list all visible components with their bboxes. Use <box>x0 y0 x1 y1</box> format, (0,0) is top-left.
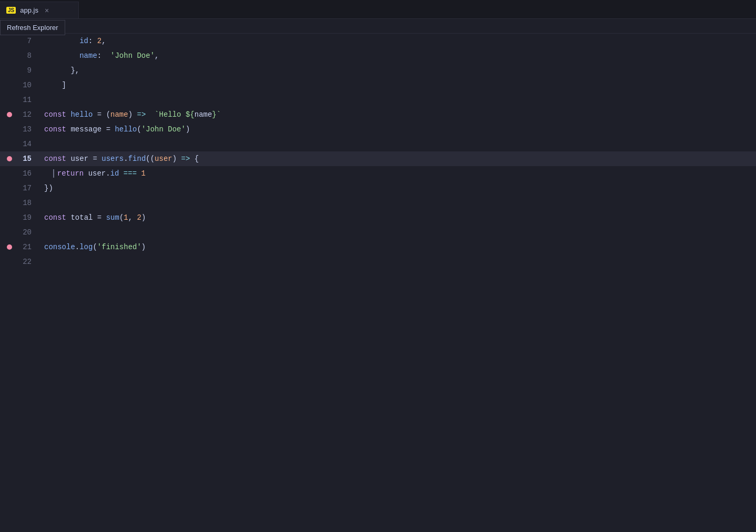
breakpoint-21[interactable] <box>0 244 19 250</box>
line-content-12: const hello = (name) => `Hello ${name}` <box>40 110 221 119</box>
line-content-15: const user = users.find((user) => { <box>40 155 199 163</box>
line-number-21: 21 <box>19 243 40 251</box>
line-content-16: return user.id === 1 <box>40 169 146 178</box>
code-line-20: 20 <box>0 225 756 240</box>
code-line-19: 19 const total = sum(1, 2) <box>0 210 756 225</box>
refresh-explorer-tooltip: Refresh Explorer <box>0 20 65 35</box>
line-content-21: console.log('finished') <box>40 243 146 251</box>
breakpoint-12[interactable] <box>0 112 19 117</box>
line-number-7: 7 <box>19 37 40 45</box>
breakpoint-15[interactable] <box>0 156 19 161</box>
code-line-22: 22 <box>0 254 756 269</box>
breakpoint-dot-15 <box>7 156 12 161</box>
line-number-19: 19 <box>19 213 40 222</box>
line-number-13: 13 <box>19 125 40 134</box>
line-content-8: name: 'John Doe', <box>40 52 159 60</box>
editor-tab[interactable]: JS app.js × Refresh Explorer <box>0 2 79 18</box>
line-number-15: 15 <box>19 155 40 163</box>
code-line-12: 12 const hello = (name) => `Hello ${name… <box>0 107 756 122</box>
line-content-10: ] <box>40 81 66 89</box>
line-content-14 <box>40 140 48 148</box>
tab-close-button[interactable]: × <box>45 6 49 15</box>
line-number-22: 22 <box>19 258 40 266</box>
code-line-15: 15 const user = users.find((user) => { <box>0 151 756 166</box>
line-number-12: 12 <box>19 110 40 119</box>
line-content-9: }, <box>40 66 79 75</box>
line-content-7: id: 2, <box>40 37 106 45</box>
code-line-10: 10 ] <box>0 78 756 93</box>
line-number-8: 8 <box>19 52 40 60</box>
code-line-9: 9 }, <box>0 63 756 78</box>
line-number-18: 18 <box>19 199 40 207</box>
code-editor[interactable]: 7 id: 2, 8 name: 'John Doe', 9 }, 10 ] 1… <box>0 34 756 269</box>
line-content-11 <box>40 96 48 104</box>
tab-label: app.js <box>20 6 38 14</box>
line-content-18 <box>40 199 48 207</box>
code-line-18: 18 <box>0 196 756 210</box>
tab-bar: JS app.js × Refresh Explorer <box>0 0 756 19</box>
code-line-8: 8 name: 'John Doe', <box>0 48 756 63</box>
code-line-17: 17 }) <box>0 181 756 196</box>
code-line-13: 13 const message = hello('John Doe') <box>0 122 756 137</box>
breakpoint-dot-12 <box>7 112 12 117</box>
code-line-7: 7 id: 2, <box>0 34 756 48</box>
line-number-9: 9 <box>19 66 40 75</box>
code-line-16: 16 return user.id === 1 <box>0 166 756 181</box>
line-content-20 <box>40 228 48 237</box>
line-content-22 <box>40 258 48 266</box>
code-line-11: 11 <box>0 93 756 107</box>
line-number-20: 20 <box>19 228 40 237</box>
line-number-11: 11 <box>19 96 40 104</box>
line-number-17: 17 <box>19 184 40 192</box>
line-content-19: const total = sum(1, 2) <box>40 213 146 222</box>
breakpoint-dot-21 <box>7 244 12 250</box>
line-number-10: 10 <box>19 81 40 89</box>
line-content-13: const message = hello('John Doe') <box>40 125 190 134</box>
code-line-14: 14 <box>0 137 756 151</box>
line-number-14: 14 <box>19 140 40 148</box>
line-content-17: }) <box>40 184 53 192</box>
js-badge: JS <box>6 7 16 14</box>
line-number-16: 16 <box>19 169 40 178</box>
breadcrumb: JS app.js > ... <box>0 19 756 34</box>
code-line-21: 21 console.log('finished') <box>0 240 756 254</box>
